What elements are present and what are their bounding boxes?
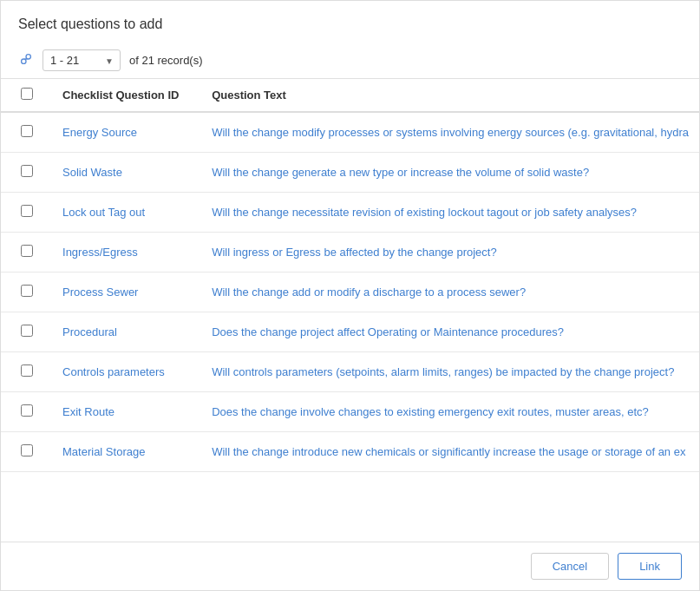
table-row: Material StorageWill the change introduc…	[1, 432, 699, 472]
question-text-cell: Does the change project affect Operating…	[201, 312, 699, 352]
row-checkbox[interactable]	[21, 245, 33, 257]
question-id-cell: Material Storage	[52, 432, 201, 472]
question-text-cell: Will the change modify processes or syst…	[201, 112, 699, 153]
checkbox-header	[1, 79, 52, 112]
table-row: Lock out Tag outWill the change necessit…	[1, 193, 699, 233]
row-checkbox-cell	[1, 153, 52, 193]
question-id-cell: Controls parameters	[52, 352, 201, 392]
row-checkbox-cell	[1, 392, 52, 432]
question-text-cell: Does the change involve changes to exist…	[201, 392, 699, 432]
row-checkbox-cell	[1, 312, 52, 352]
row-checkbox-cell	[1, 193, 52, 233]
row-checkbox-cell	[1, 352, 52, 392]
row-checkbox[interactable]	[21, 364, 33, 377]
question-text-cell: Will ingress or Egress be affected by th…	[201, 233, 699, 273]
link-button[interactable]: Link	[618, 553, 682, 580]
question-text-cell: Will the change generate a new type or i…	[201, 153, 699, 193]
table-row: Energy SourceWill the change modify proc…	[1, 112, 699, 153]
question-id-cell: Solid Waste	[52, 153, 201, 193]
table-body: Energy SourceWill the change modify proc…	[1, 112, 699, 472]
question-text-cell: Will controls parameters (setpoints, ala…	[201, 352, 699, 392]
footer: Cancel Link	[1, 542, 699, 590]
question-id-cell: Lock out Tag out	[52, 193, 201, 233]
questions-table: Checklist Question ID Question Text Ener…	[1, 79, 699, 472]
row-checkbox[interactable]	[21, 404, 33, 417]
table-row: ProceduralDoes the change project affect…	[1, 312, 699, 352]
select-all-checkbox[interactable]	[21, 88, 33, 100]
row-checkbox[interactable]	[21, 444, 33, 456]
row-checkbox[interactable]	[21, 165, 33, 177]
question-id-cell: Ingress/Egress	[52, 233, 201, 273]
filter-icon[interactable]	[18, 51, 34, 70]
row-checkbox[interactable]	[21, 325, 33, 337]
question-id-cell: Energy Source	[52, 112, 201, 153]
col-header-id: Checklist Question ID	[52, 79, 201, 112]
question-id-cell: Procedural	[52, 312, 201, 352]
row-checkbox[interactable]	[21, 125, 33, 137]
row-checkbox-cell	[1, 112, 52, 153]
row-checkbox-cell	[1, 233, 52, 273]
dialog-title: Select questions to add	[1, 1, 699, 43]
col-header-text: Question Text	[201, 79, 699, 112]
row-checkbox-cell	[1, 273, 52, 312]
question-text-cell: Will the change necessitate revision of …	[201, 193, 699, 233]
question-text-cell: Will the change introduce new chemicals …	[201, 432, 699, 472]
table-row: Ingress/EgressWill ingress or Egress be …	[1, 233, 699, 273]
pagination-select[interactable]: 1 - 21	[43, 49, 121, 71]
question-text-cell: Will the change add or modify a discharg…	[201, 273, 699, 312]
row-checkbox-cell	[1, 432, 52, 472]
table-row: Controls parametersWill controls paramet…	[1, 352, 699, 392]
cancel-button[interactable]: Cancel	[531, 553, 609, 580]
table-row: Exit RouteDoes the change involve change…	[1, 392, 699, 432]
table-container: Checklist Question ID Question Text Ener…	[1, 79, 699, 542]
toolbar: 1 - 21 ▼ of 21 record(s)	[1, 43, 699, 79]
select-questions-dialog: Select questions to add 1 - 21 ▼ of 21 r…	[0, 0, 700, 591]
table-row: Solid WasteWill the change generate a ne…	[1, 153, 699, 193]
row-checkbox[interactable]	[21, 285, 33, 297]
question-id-cell: Exit Route	[52, 392, 201, 432]
question-id-cell: Process Sewer	[52, 273, 201, 312]
table-row: Process SewerWill the change add or modi…	[1, 273, 699, 312]
row-checkbox[interactable]	[21, 205, 33, 217]
records-text: of 21 record(s)	[129, 54, 203, 67]
pagination-wrapper: 1 - 21 ▼	[43, 49, 121, 71]
table-header-row: Checklist Question ID Question Text	[1, 79, 699, 112]
